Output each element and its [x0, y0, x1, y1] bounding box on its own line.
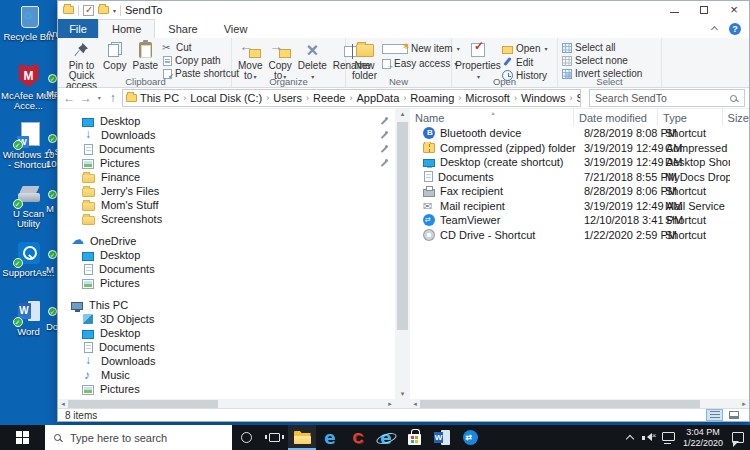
tab-view[interactable]: View [211, 19, 261, 38]
breadcrumb-segment[interactable]: Reede › [310, 92, 353, 104]
easy-access-button[interactable]: Easy access [381, 57, 460, 70]
microsoft-store-taskbar-button[interactable] [400, 425, 428, 450]
nav-item[interactable]: Desktop [58, 248, 395, 262]
tab-home[interactable]: Home [98, 19, 155, 38]
file-row[interactable]: Fax recipient 8/28/2019 8:06 PM Shortcut [410, 184, 749, 199]
column-header-date-modified[interactable]: Date modified [574, 109, 658, 126]
taskbar-search-input[interactable] [70, 432, 223, 444]
ribbon-group-select: Select all Select none Invert selection … [558, 38, 662, 87]
nav-item[interactable]: 3D Objects [58, 312, 395, 326]
maximize-button[interactable] [689, 1, 719, 19]
nav-item[interactable]: Pictures [58, 276, 395, 290]
column-header-name[interactable]: ▴Name [410, 109, 574, 126]
file-row[interactable]: Compressed (zipped) folder 3/19/2019 12:… [410, 141, 749, 156]
breadcrumb-segment[interactable]: Users › [270, 92, 310, 104]
file-row[interactable]: TeamViewer 12/10/2018 3:41 PM Shortcut [410, 213, 749, 228]
edge-taskbar-button[interactable]: e [316, 425, 344, 450]
breadcrumb[interactable]: This PC › Local Disk (C:) › Users › [122, 89, 581, 107]
close-button[interactable]: × [719, 1, 749, 19]
clock[interactable]: 3:04 PM 1/22/2020 [678, 427, 728, 448]
nav-item[interactable]: Music [58, 368, 395, 382]
nav-item[interactable]: Documents [58, 262, 395, 276]
nav-item[interactable]: Documents [58, 142, 395, 156]
internet-explorer-taskbar-button[interactable]: e [372, 425, 400, 450]
taskbar-search-box[interactable] [45, 425, 232, 450]
word-taskbar-button[interactable] [428, 425, 456, 450]
breadcrumb-segment[interactable]: Local Disk (C:) › [187, 92, 270, 104]
file-icon [423, 127, 435, 139]
start-button[interactable] [0, 425, 45, 450]
new-item-button[interactable]: New item [381, 42, 460, 55]
open-button[interactable]: Open [502, 42, 547, 55]
customize-qat-chevron-icon[interactable]: ▾ [113, 7, 116, 14]
file-explorer-taskbar-button[interactable] [288, 425, 316, 450]
nav-item[interactable]: This PC [58, 298, 395, 312]
forward-icon[interactable]: → [78, 91, 92, 105]
new-folder-button[interactable]: New folder [350, 40, 379, 81]
nav-item[interactable]: Pictures [58, 156, 395, 170]
nav-item[interactable]: Finance [58, 170, 395, 184]
select-none-button[interactable]: Select none [562, 55, 642, 66]
nav-item[interactable]: Screenshots [58, 212, 395, 226]
show-hidden-icons-button[interactable] [621, 425, 640, 450]
breadcrumb-segment[interactable]: SendTo › [574, 92, 581, 104]
ccleaner-taskbar-button[interactable]: C [344, 425, 372, 450]
file-row[interactable]: CD Drive - Shortcut 1/22/2020 2:59 PM Sh… [410, 228, 749, 243]
file-row[interactable]: Bluetooth device 8/28/2019 8:08 PM Short… [410, 126, 749, 141]
minimize-button[interactable] [659, 1, 689, 19]
search-box[interactable] [589, 89, 745, 107]
nav-item[interactable]: Jerry's Files [58, 184, 395, 198]
nav-item[interactable]: Mom's Stuff [58, 198, 395, 212]
cortana-button[interactable] [232, 425, 260, 450]
column-header-type[interactable]: Type [658, 109, 723, 126]
scroll-up-icon[interactable]: ▴ [401, 109, 405, 119]
file-type: Mail Service [664, 200, 730, 212]
nav-item[interactable]: Pictures [58, 382, 395, 396]
occluded-icon-label: Do [46, 321, 57, 332]
properties-qat-icon[interactable] [83, 5, 94, 16]
file-row[interactable]: Documents 7/21/2018 8:55 PM MyDocs Drop … [410, 170, 749, 185]
scrollbar-thumb[interactable] [397, 122, 408, 330]
nav-item[interactable]: OneDrive [58, 234, 395, 248]
nav-item[interactable]: Downloads [58, 354, 395, 368]
breadcrumb-segment[interactable]: Roaming › [407, 92, 462, 104]
paste-button[interactable]: Paste [130, 40, 160, 71]
help-icon[interactable]: ? [729, 23, 741, 35]
breadcrumb-segment[interactable]: Windows › [518, 92, 574, 104]
breadcrumb-segment[interactable]: This PC › [137, 92, 187, 104]
back-icon[interactable]: ← [62, 91, 76, 105]
details-view-button[interactable] [706, 409, 723, 421]
breadcrumb-segment[interactable]: Microsoft › [462, 92, 518, 104]
tab-file[interactable]: File [58, 19, 98, 38]
cut-button[interactable]: Cut [162, 42, 239, 53]
file-row[interactable]: Desktop (create shortcut) 3/19/2019 12:4… [410, 155, 749, 170]
search-input[interactable] [595, 92, 730, 104]
nav-item[interactable]: Desktop [58, 114, 395, 128]
breadcrumb-segment[interactable]: AppData › [353, 92, 407, 104]
copy-button[interactable]: Copy [101, 40, 128, 71]
volume-muted-button[interactable]: × [640, 425, 659, 450]
scrollbar-thumb[interactable] [68, 400, 218, 408]
teamviewer-taskbar-button[interactable] [456, 425, 484, 450]
folder-icon [63, 6, 74, 14]
collapse-ribbon-icon[interactable] [711, 26, 718, 33]
vertical-scrollbar[interactable]: ▴ ▾ [395, 109, 410, 399]
new-folder-qat-icon[interactable] [98, 6, 109, 14]
edit-button[interactable]: Edit [502, 57, 547, 68]
nav-item[interactable]: Downloads [58, 128, 395, 142]
copy-path-button[interactable]: Copy path [162, 55, 239, 66]
network-button[interactable] [659, 425, 678, 450]
recent-locations-chevron-icon[interactable]: ▾ [95, 91, 104, 105]
scroll-down-icon[interactable]: ▾ [401, 389, 405, 399]
file-row[interactable]: Mail recipient 3/19/2019 12:49 AM Mail S… [410, 199, 749, 214]
nav-item[interactable]: Documents [58, 340, 395, 354]
action-center-button[interactable] [728, 425, 747, 450]
task-view-button[interactable] [260, 425, 288, 450]
large-icons-view-button[interactable] [725, 409, 742, 421]
up-icon[interactable]: ↑ [106, 91, 120, 105]
column-header-size[interactable]: Size [723, 109, 749, 126]
tab-share[interactable]: Share [155, 19, 210, 38]
nav-item[interactable]: Desktop [58, 326, 395, 340]
scrollbar-thumb[interactable] [420, 400, 700, 408]
select-all-button[interactable]: Select all [562, 42, 642, 53]
